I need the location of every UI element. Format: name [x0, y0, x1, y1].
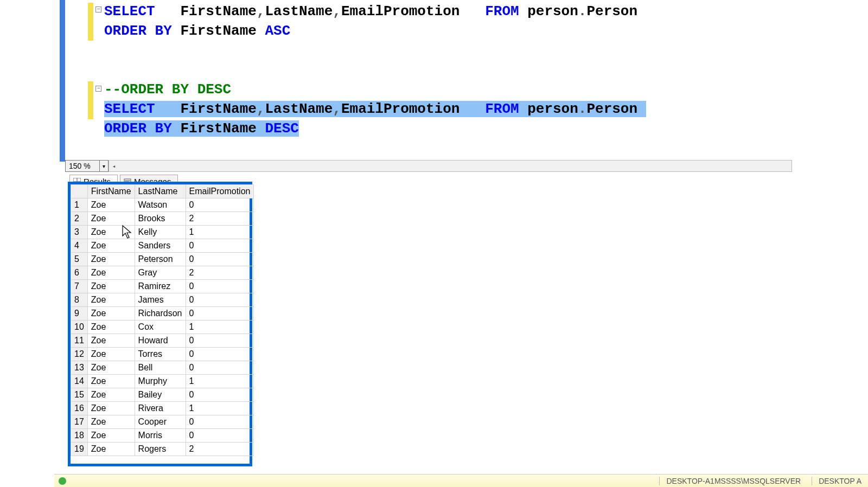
cell-firstname[interactable]: Zoe	[87, 253, 135, 266]
cell-emailpromotion[interactable]: 0	[186, 429, 254, 443]
cell-firstname[interactable]: Zoe	[87, 402, 135, 415]
zoom-combo[interactable]: 150 % ▾	[65, 160, 108, 172]
row-number-cell[interactable]: 6	[71, 266, 88, 280]
cell-lastname[interactable]: Bailey	[135, 388, 186, 402]
cell-emailpromotion[interactable]: 0	[186, 415, 254, 429]
code-content[interactable]: SELECT FirstName,LastName,EmailPromotion…	[104, 2, 646, 138]
row-number-cell[interactable]: 11	[71, 334, 88, 348]
table-row[interactable]: 4ZoeSanders0	[71, 239, 254, 253]
cell-lastname[interactable]: Sanders	[135, 239, 186, 253]
cell-firstname[interactable]: Zoe	[87, 226, 135, 239]
table-row[interactable]: 12ZoeTorres0	[71, 348, 254, 361]
cell-emailpromotion[interactable]: 0	[186, 280, 254, 293]
scroll-left-icon[interactable]: ◂	[109, 161, 119, 171]
cell-lastname[interactable]: Kelly	[135, 226, 186, 239]
cell-emailpromotion[interactable]: 0	[186, 348, 254, 361]
cell-firstname[interactable]: Zoe	[87, 375, 135, 388]
cell-lastname[interactable]: Watson	[135, 198, 186, 212]
table-row[interactable]: 8ZoeJames0	[71, 293, 254, 307]
cell-lastname[interactable]: Gray	[135, 266, 186, 280]
row-number-cell[interactable]: 15	[71, 388, 88, 402]
row-number-cell[interactable]: 7	[71, 280, 88, 293]
cell-lastname[interactable]: Howard	[135, 334, 186, 348]
cell-firstname[interactable]: Zoe	[87, 429, 135, 443]
cell-lastname[interactable]: Murphy	[135, 375, 186, 388]
chevron-down-icon[interactable]: ▾	[99, 161, 108, 171]
table-row[interactable]: 3ZoeKelly1	[71, 226, 254, 239]
row-number-header[interactable]	[71, 185, 88, 198]
fold-icon[interactable]: −	[95, 7, 101, 12]
table-row[interactable]: 17ZoeCooper0	[71, 415, 254, 429]
table-row[interactable]: 7ZoeRamirez0	[71, 280, 254, 293]
cell-lastname[interactable]: Cox	[135, 321, 186, 334]
cell-lastname[interactable]: Ramirez	[135, 280, 186, 293]
cell-emailpromotion[interactable]: 1	[186, 321, 254, 334]
cell-lastname[interactable]: Cooper	[135, 415, 186, 429]
table-row[interactable]: 14ZoeMurphy1	[71, 375, 254, 388]
cell-lastname[interactable]: Richardson	[135, 307, 186, 321]
table-row[interactable]: 15ZoeBailey0	[71, 388, 254, 402]
cell-firstname[interactable]: Zoe	[87, 266, 135, 280]
cell-emailpromotion[interactable]: 2	[186, 266, 254, 280]
table-row[interactable]: 1ZoeWatson0	[71, 198, 254, 212]
fold-icon[interactable]: −	[95, 86, 101, 92]
cell-emailpromotion[interactable]: 2	[186, 212, 254, 226]
column-header-emailpromotion[interactable]: EmailPromotion	[186, 185, 254, 198]
cell-emailpromotion[interactable]: 0	[186, 253, 254, 266]
table-row[interactable]: 2ZoeBrooks2	[71, 212, 254, 226]
cell-firstname[interactable]: Zoe	[87, 334, 135, 348]
cell-emailpromotion[interactable]: 0	[186, 293, 254, 307]
row-number-cell[interactable]: 16	[71, 402, 88, 415]
results-grid[interactable]: FirstName LastName EmailPromotion 1ZoeWa…	[71, 184, 254, 456]
row-number-cell[interactable]: 9	[71, 307, 88, 321]
column-header-firstname[interactable]: FirstName	[87, 185, 135, 198]
row-number-cell[interactable]: 8	[71, 293, 88, 307]
row-number-cell[interactable]: 18	[71, 429, 88, 443]
row-number-cell[interactable]: 2	[71, 212, 88, 226]
table-row[interactable]: 16ZoeRivera1	[71, 402, 254, 415]
object-explorer-sidebar[interactable]	[0, 0, 57, 487]
cell-emailpromotion[interactable]: 1	[186, 402, 254, 415]
row-number-cell[interactable]: 19	[71, 443, 88, 456]
row-number-cell[interactable]: 1	[71, 198, 88, 212]
cell-lastname[interactable]: Rogers	[135, 443, 186, 456]
table-row[interactable]: 9ZoeRichardson0	[71, 307, 254, 321]
row-number-cell[interactable]: 13	[71, 361, 88, 375]
cell-emailpromotion[interactable]: 1	[186, 375, 254, 388]
cell-firstname[interactable]: Zoe	[87, 307, 135, 321]
editor-horizontal-scrollbar[interactable]: ◂	[108, 160, 792, 172]
cell-emailpromotion[interactable]: 0	[186, 361, 254, 375]
cell-firstname[interactable]: Zoe	[87, 212, 135, 226]
editor-splitter[interactable]	[60, 0, 65, 162]
table-row[interactable]: 11ZoeHoward0	[71, 334, 254, 348]
table-row[interactable]: 10ZoeCox1	[71, 321, 254, 334]
cell-emailpromotion[interactable]: 2	[186, 443, 254, 456]
cell-firstname[interactable]: Zoe	[87, 280, 135, 293]
table-row[interactable]: 13ZoeBell0	[71, 361, 254, 375]
cell-firstname[interactable]: Zoe	[87, 415, 135, 429]
cell-lastname[interactable]: Bell	[135, 361, 186, 375]
row-number-cell[interactable]: 14	[71, 375, 88, 388]
table-row[interactable]: 5ZoePeterson0	[71, 253, 254, 266]
cell-firstname[interactable]: Zoe	[87, 321, 135, 334]
cell-emailpromotion[interactable]: 0	[186, 307, 254, 321]
row-number-cell[interactable]: 12	[71, 348, 88, 361]
cell-emailpromotion[interactable]: 0	[186, 198, 254, 212]
row-number-cell[interactable]: 4	[71, 239, 88, 253]
row-number-cell[interactable]: 10	[71, 321, 88, 334]
cell-firstname[interactable]: Zoe	[87, 361, 135, 375]
cell-firstname[interactable]: Zoe	[87, 443, 135, 456]
cell-lastname[interactable]: James	[135, 293, 186, 307]
sql-editor[interactable]: − − SELECT FirstName,LastName,EmailPromo…	[65, 0, 868, 157]
column-header-lastname[interactable]: LastName	[135, 185, 186, 198]
cell-firstname[interactable]: Zoe	[87, 239, 135, 253]
cell-firstname[interactable]: Zoe	[87, 198, 135, 212]
row-number-cell[interactable]: 17	[71, 415, 88, 429]
cell-lastname[interactable]: Peterson	[135, 253, 186, 266]
cell-firstname[interactable]: Zoe	[87, 293, 135, 307]
cell-firstname[interactable]: Zoe	[87, 348, 135, 361]
table-row[interactable]: 6ZoeGray2	[71, 266, 254, 280]
cell-lastname[interactable]: Torres	[135, 348, 186, 361]
row-number-cell[interactable]: 3	[71, 226, 88, 239]
cell-emailpromotion[interactable]: 0	[186, 388, 254, 402]
